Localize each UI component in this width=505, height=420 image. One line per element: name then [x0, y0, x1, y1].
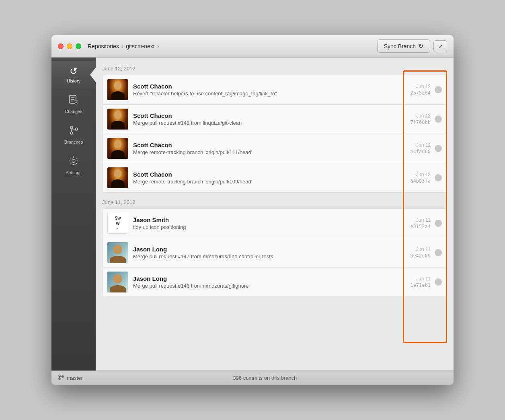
commit-message: tidy up icon positioning	[133, 224, 410, 230]
breadcrumb-repo-name[interactable]: gitscm-next	[126, 43, 155, 49]
breadcrumb-sep-2: ›	[157, 43, 159, 50]
commit-dot	[435, 249, 442, 256]
commit-info-2: Scott Chacon Merge pull request #148 fro…	[133, 112, 410, 126]
settings-icon	[68, 156, 79, 168]
commit-hash: 7f760bb	[410, 119, 431, 125]
commit-hash: 64b93fa	[410, 178, 431, 184]
app-window: Repositories › gitscm-next › Sync Branch…	[51, 35, 454, 385]
breadcrumb: Repositories › gitscm-next ›	[88, 43, 159, 50]
commit-message: Merge remote-tracking branch 'origin/pul…	[133, 149, 410, 155]
expand-button[interactable]: ⤢	[433, 40, 447, 52]
commit-message: Merge pull request #147 from mmozuras/do…	[133, 253, 410, 259]
avatar-scott-4	[107, 167, 128, 188]
history-icon: ↺	[70, 66, 78, 76]
date-group-1: June 12, 2012 Scott Chacon Revert "refac…	[102, 66, 447, 193]
commit-dot	[435, 115, 442, 123]
branch-indicator: master	[58, 374, 83, 382]
commit-info-5: Jason Smith tidy up icon positioning	[133, 216, 410, 230]
changes-icon	[68, 95, 79, 107]
svg-point-13	[59, 378, 60, 380]
commit-info-7: Jason Long Merge pull request #146 from …	[133, 275, 410, 289]
commit-message: Merge pull request #148 from linquize/gi…	[133, 120, 410, 126]
commit-date: Jun 11	[416, 217, 431, 223]
sidebar-item-settings[interactable]: Settings	[51, 150, 96, 181]
maximize-button[interactable]	[76, 43, 81, 49]
commit-row[interactable]: Jason Long Merge pull request #146 from …	[103, 268, 447, 296]
commit-row[interactable]: SwW· Jason Smith tidy up icon positionin…	[103, 209, 447, 238]
sync-branch-button[interactable]: Sync Branch ↻	[377, 39, 430, 53]
commit-info-4: Scott Chacon Merge remote-tracking branc…	[133, 171, 410, 185]
commit-meta-7: Jun 11 1e71eb1	[410, 276, 431, 288]
commit-info-6: Jason Long Merge pull request #147 from …	[133, 246, 410, 259]
commit-dot	[435, 86, 442, 93]
avatar-scott-2	[107, 109, 128, 130]
commit-date: Jun 11	[416, 276, 431, 282]
commit-meta-3: Jun 12 a4fad60	[410, 142, 431, 154]
commit-meta-6: Jun 11 0e42c69	[410, 247, 431, 259]
commit-row[interactable]: Scott Chacon Revert "refactor helpers to…	[103, 75, 447, 105]
commits-group-2: SwW· Jason Smith tidy up icon positionin…	[102, 208, 447, 297]
branch-name: master	[67, 375, 83, 381]
commit-info-1: Scott Chacon Revert "refactor helpers to…	[133, 83, 410, 97]
commit-meta-4: Jun 12 64b93fa	[410, 172, 431, 184]
expand-icon: ⤢	[438, 43, 443, 49]
commit-date: Jun 12	[416, 142, 431, 148]
avatar-jason-long-2	[107, 272, 128, 292]
sidebar-item-history[interactable]: ↺ History	[51, 61, 96, 89]
svg-point-8	[70, 132, 73, 134]
commit-author: Scott Chacon	[133, 112, 410, 119]
main-layout: ↺ History Changes	[51, 58, 454, 371]
commit-author: Scott Chacon	[133, 142, 410, 148]
titlebar-actions: Sync Branch ↻ ⤢	[377, 39, 447, 53]
sidebar-branches-label: Branches	[64, 140, 83, 144]
commit-author: Jason Long	[133, 275, 410, 282]
commit-hash: 2575264	[410, 90, 431, 96]
date-group-2: June 11, 2012 SwW· Jason Smith tidy up i…	[102, 199, 447, 297]
titlebar: Repositories › gitscm-next › Sync Branch…	[51, 35, 454, 58]
commit-meta-2: Jun 12 7f760bb	[410, 113, 431, 125]
commit-hash: a4fad60	[410, 149, 431, 154]
minimize-button[interactable]	[67, 43, 72, 49]
commit-author: Jason Long	[133, 246, 410, 253]
branches-icon	[68, 125, 79, 137]
commit-dot	[435, 220, 442, 227]
branch-icon	[58, 374, 64, 382]
date-label-1: June 12, 2012	[102, 66, 447, 72]
date-label-2: June 11, 2012	[102, 199, 447, 205]
commit-meta-5: Jun 11 e3152a4	[410, 217, 431, 229]
sync-branch-label: Sync Branch	[384, 43, 416, 49]
commit-message: Merge pull request #146 from mmozuras/gi…	[133, 283, 410, 289]
breadcrumb-sep-1: ›	[121, 43, 123, 50]
commit-row[interactable]: Jason Long Merge pull request #147 from …	[103, 238, 447, 268]
avatar-scott-3	[107, 138, 128, 159]
commits-status: 396 commits on this branch	[83, 375, 447, 381]
commit-row[interactable]: Scott Chacon Merge remote-tracking branc…	[103, 163, 447, 192]
content-area: June 12, 2012 Scott Chacon Revert "refac…	[96, 58, 454, 371]
sidebar: ↺ History Changes	[51, 58, 96, 371]
commit-author: Scott Chacon	[133, 83, 410, 90]
svg-point-7	[70, 126, 73, 129]
commit-hash: 0e42c69	[410, 253, 431, 259]
sidebar-item-changes[interactable]: Changes	[51, 89, 96, 119]
commit-message: Merge remote-tracking branch 'origin/pul…	[133, 179, 410, 185]
close-button[interactable]	[58, 43, 64, 49]
sidebar-history-label: History	[67, 78, 80, 83]
traffic-lights	[58, 43, 81, 49]
commits-group-1: Scott Chacon Revert "refactor helpers to…	[102, 75, 447, 193]
commit-author: Jason Smith	[133, 216, 410, 223]
commit-dot	[435, 174, 442, 181]
sidebar-item-branches[interactable]: Branches	[51, 119, 96, 150]
commit-row[interactable]: Scott Chacon Merge pull request #148 fro…	[103, 105, 447, 134]
avatar-jason-long-1	[107, 242, 128, 263]
commit-date: Jun 11	[416, 247, 431, 252]
avatar-jason-smith: SwW·	[107, 213, 128, 234]
commit-author: Scott Chacon	[133, 171, 410, 178]
breadcrumb-repositories[interactable]: Repositories	[88, 43, 119, 49]
commit-message: Revert "refactor helpers to use content_…	[133, 91, 410, 97]
commit-date: Jun 12	[416, 113, 431, 119]
sync-icon: ↻	[418, 42, 423, 50]
commit-row[interactable]: Scott Chacon Merge remote-tracking branc…	[103, 134, 447, 163]
commit-meta-1: Jun 12 2575264	[410, 84, 431, 96]
sidebar-settings-label: Settings	[66, 170, 82, 175]
commit-date: Jun 12	[416, 84, 431, 89]
